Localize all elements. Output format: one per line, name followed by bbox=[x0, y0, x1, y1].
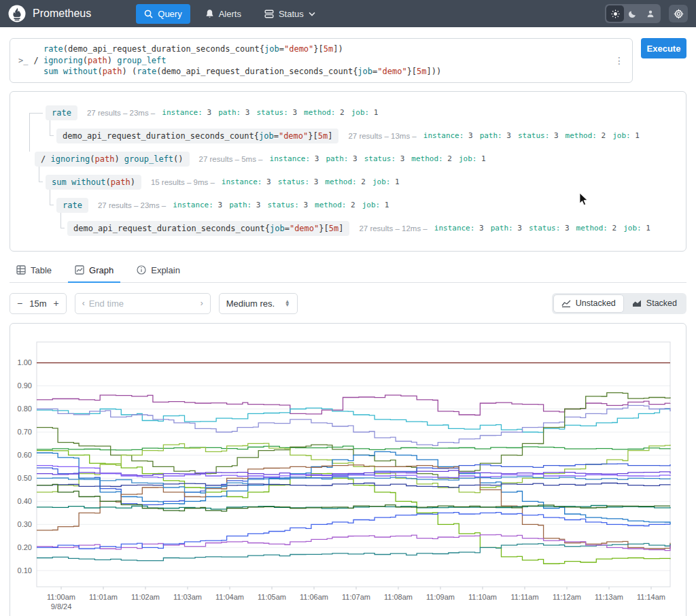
x-tick-label: 11:01am bbox=[89, 593, 118, 601]
bell-icon bbox=[205, 9, 214, 18]
y-tick-label: 0.40 bbox=[18, 496, 32, 504]
graph-controls: − 15m + ‹ End time › Medium res. ▲▼ Unst… bbox=[10, 293, 686, 314]
nav-status-menu[interactable]: Status bbox=[256, 4, 324, 24]
promql-line[interactable]: rate(demo_api_request_duration_seconds_c… bbox=[33, 44, 612, 55]
stacked-label: Stacked bbox=[646, 298, 677, 308]
tab-table[interactable]: Table bbox=[10, 261, 58, 283]
query-row: >_ rate(demo_api_request_duration_second… bbox=[10, 38, 686, 83]
tree-node-expression[interactable]: demo_api_request_duration_seconds_count{… bbox=[56, 129, 338, 143]
range-decrease-button[interactable]: − bbox=[17, 298, 22, 309]
app-title: Prometheus bbox=[33, 7, 91, 20]
resolution-select[interactable]: Medium res. ▲▼ bbox=[219, 293, 298, 314]
end-time-input[interactable]: ‹ End time › bbox=[75, 293, 211, 314]
tree-node-stats: 27 results – 12ms –instance: 3path: 3sta… bbox=[359, 224, 650, 233]
x-tick-label: 11:12am bbox=[553, 593, 581, 601]
person-icon bbox=[646, 10, 655, 18]
table-icon bbox=[16, 265, 26, 275]
tree-node-stats: 15 results – 9ms –instance: 3status: 3me… bbox=[151, 177, 400, 186]
tree-node: rate27 results – 23ms –instance: 3path: … bbox=[18, 194, 678, 217]
tab-graph[interactable]: Graph bbox=[68, 261, 120, 283]
tree-node: demo_api_request_duration_seconds_count{… bbox=[18, 217, 678, 240]
range-value[interactable]: 15m bbox=[29, 298, 46, 309]
y-tick-label: 0.10 bbox=[18, 566, 32, 574]
database-icon bbox=[264, 10, 274, 18]
nav-query-button[interactable]: Query bbox=[136, 4, 190, 24]
resolution-value: Medium res. bbox=[226, 298, 275, 309]
tree-node-expression[interactable]: rate bbox=[46, 105, 77, 120]
y-tick-label: 0.30 bbox=[18, 519, 32, 528]
tree-node-expression[interactable]: / ignoring(path) group_left() bbox=[35, 152, 190, 167]
prometheus-logo-icon bbox=[8, 5, 26, 22]
brand[interactable]: Prometheus bbox=[8, 5, 91, 22]
promql-editor[interactable]: >_ rate(demo_api_request_duration_second… bbox=[10, 38, 633, 83]
search-icon bbox=[144, 10, 153, 18]
end-time-placeholder: End time bbox=[85, 298, 201, 309]
time-series-chart[interactable]: 0.100.200.300.400.500.600.700.800.901.00… bbox=[11, 324, 685, 616]
y-tick-label: 0.50 bbox=[18, 473, 32, 481]
terminal-prompt-icon: >_ bbox=[18, 56, 28, 65]
nav-links: Query Alerts Status bbox=[136, 4, 324, 24]
theme-light-button[interactable] bbox=[606, 5, 624, 22]
tree-node: demo_api_request_duration_seconds_count{… bbox=[18, 124, 678, 148]
series-line bbox=[37, 465, 670, 477]
theme-dark-button[interactable] bbox=[624, 5, 642, 22]
stacked-button[interactable]: Stacked bbox=[624, 294, 685, 313]
tree-node-stats: 27 results – 23ms –instance: 3path: 3sta… bbox=[98, 201, 389, 209]
x-tick-label: 11:08am bbox=[384, 593, 413, 601]
area-chart-icon bbox=[632, 299, 642, 307]
y-tick-label: 0.20 bbox=[18, 543, 32, 551]
query-tree-panel: rate27 results – 23ms –instance: 3path: … bbox=[10, 91, 686, 252]
y-tick-label: 0.80 bbox=[18, 404, 32, 412]
x-tick-label: 11:09am bbox=[426, 593, 455, 601]
graph-panel: 0.100.200.300.400.500.600.700.800.901.00… bbox=[10, 323, 686, 616]
time-forward-button[interactable]: › bbox=[201, 298, 203, 308]
tab-graph-label: Graph bbox=[89, 265, 114, 275]
tree-node-expression[interactable]: rate bbox=[56, 198, 88, 213]
select-chevrons-icon: ▲▼ bbox=[285, 300, 290, 307]
range-stepper: − 15m + bbox=[10, 293, 67, 314]
range-increase-button[interactable]: + bbox=[53, 298, 58, 309]
editor-menu-button[interactable]: ⋮ bbox=[612, 55, 627, 66]
tree-node: sum without(path)15 results – 9ms –insta… bbox=[18, 171, 678, 194]
tree-node-stats: 27 results – 23ms –instance: 3path: 3sta… bbox=[87, 108, 379, 117]
tree-node: rate27 results – 23ms –instance: 3path: … bbox=[18, 101, 678, 124]
unstacked-button[interactable]: Unstacked bbox=[553, 294, 624, 313]
x-tick-label: 11:02am bbox=[131, 593, 160, 601]
promql-expression[interactable]: rate(demo_api_request_duration_seconds_c… bbox=[33, 44, 612, 78]
tree-node-stats: 27 results – 5ms –instance: 3path: 3stat… bbox=[199, 154, 486, 163]
x-tick-label: 11:11am bbox=[510, 593, 538, 601]
nav-alerts-button[interactable]: Alerts bbox=[197, 4, 249, 24]
result-tabs: Table Graph Explain bbox=[10, 261, 686, 283]
nav-status-label: Status bbox=[279, 9, 304, 19]
tree-node-expression[interactable]: demo_api_request_duration_seconds_count{… bbox=[67, 221, 349, 236]
tree-node-expression[interactable]: sum without(path) bbox=[46, 175, 141, 190]
x-tick-label: 11:03am bbox=[173, 593, 202, 601]
chevron-down-icon bbox=[309, 12, 315, 16]
sun-icon bbox=[611, 10, 620, 18]
execute-button[interactable]: Execute bbox=[641, 38, 686, 58]
unstacked-label: Unstacked bbox=[576, 298, 616, 308]
x-tick-label: 11:06am bbox=[300, 593, 328, 601]
tree-node: / ignoring(path) group_left()27 results … bbox=[18, 148, 678, 171]
moon-icon bbox=[629, 10, 637, 18]
x-tick-label: 11:00am bbox=[47, 593, 75, 601]
y-tick-label: 1.00 bbox=[18, 358, 32, 366]
promql-line[interactable]: / ignoring(path) group_left bbox=[33, 55, 612, 67]
tab-explain[interactable]: Explain bbox=[130, 261, 187, 283]
y-tick-label: 0.60 bbox=[18, 450, 32, 458]
info-icon bbox=[137, 265, 146, 275]
theme-auto-button[interactable] bbox=[642, 5, 659, 22]
x-date-label: 9/8/24 bbox=[51, 602, 72, 611]
main-content: >_ rate(demo_api_request_duration_second… bbox=[0, 27, 696, 616]
navbar: Prometheus Query Alerts Status bbox=[0, 0, 696, 27]
tab-table-label: Table bbox=[31, 265, 52, 275]
promql-line[interactable]: sum without(path) (rate(demo_api_request… bbox=[33, 66, 612, 78]
x-tick-label: 11:14am bbox=[637, 593, 665, 601]
stack-toggle-group: Unstacked Stacked bbox=[552, 293, 686, 314]
nav-query-label: Query bbox=[158, 9, 181, 19]
line-chart-icon bbox=[561, 299, 571, 307]
settings-button[interactable] bbox=[669, 5, 688, 22]
x-tick-label: 11:05am bbox=[258, 593, 286, 601]
x-tick-label: 11:10am bbox=[468, 593, 497, 601]
y-tick-label: 0.70 bbox=[18, 427, 32, 435]
